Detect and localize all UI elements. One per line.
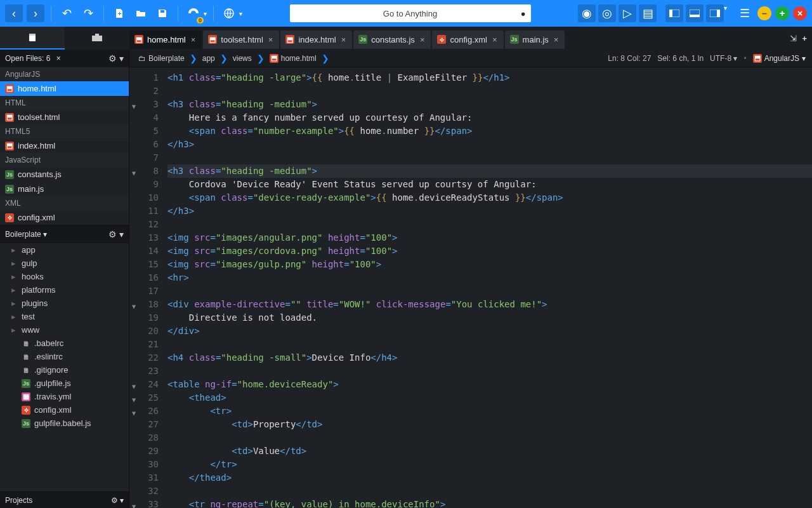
code-line[interactable]: <hr>	[167, 271, 812, 284]
line-number[interactable]: 32	[129, 485, 159, 498]
forward-button[interactable]: ›	[27, 4, 44, 22]
line-number[interactable]: 29	[129, 444, 159, 458]
language-selector[interactable]: ⬒ AngularJS ▾	[753, 54, 806, 63]
breadcrumb-item[interactable]: views	[230, 53, 254, 64]
code-line[interactable]: Directive is not loaded.	[167, 311, 812, 324]
line-number[interactable]: 18▼	[129, 298, 159, 311]
code-line[interactable]: </h3>	[167, 204, 812, 218]
breadcrumb-item[interactable]: 🗀Boilerplate	[136, 53, 187, 64]
code-line[interactable]	[167, 151, 812, 164]
tree-item-config-xml[interactable]: ⟡config.xml	[0, 403, 129, 417]
browser-preview-button[interactable]	[220, 4, 238, 22]
code-line[interactable]	[167, 284, 812, 298]
open-file-button[interactable]	[132, 4, 150, 22]
code-line[interactable]: <td>Property</td>	[167, 418, 812, 431]
line-number[interactable]: 25▼	[129, 391, 159, 404]
close-tab-icon[interactable]: ×	[491, 35, 499, 44]
breadcrumb-item[interactable]: app	[200, 53, 218, 64]
project-settings-icon[interactable]: ⚙ ▾	[108, 229, 124, 239]
file-tab-constants-js[interactable]: Jsconstants.js×	[353, 30, 431, 49]
code-line[interactable]: <div example-directive="" title="WOW!" c…	[167, 298, 812, 311]
code-line[interactable]	[167, 364, 812, 378]
project-header[interactable]: Boilerplate ▾ ⚙ ▾	[0, 225, 129, 243]
code-line[interactable]: Here is a fancy number served up courtes…	[167, 111, 812, 124]
close-tab-icon[interactable]: ×	[419, 35, 426, 44]
open-file-toolset-html[interactable]: ⬒toolset.html	[0, 110, 129, 124]
line-number[interactable]: 1	[129, 71, 159, 84]
new-tab-button[interactable]: +	[802, 34, 807, 43]
code-line[interactable]: <h4 class="heading -small">Device Info</…	[167, 351, 812, 364]
line-number[interactable]: 9	[129, 178, 159, 191]
browser-dropdown[interactable]: ▾	[239, 10, 242, 17]
line-number[interactable]: 13	[129, 231, 159, 244]
close-window-button[interactable]: ×	[793, 6, 807, 20]
line-number[interactable]: 28	[129, 431, 159, 444]
tree-item--travis-yml[interactable]: ▦.travis.yml	[0, 390, 129, 403]
fold-icon[interactable]: ▼	[132, 500, 136, 508]
back-button[interactable]: ‹	[5, 4, 23, 22]
line-number[interactable]: 30	[129, 458, 159, 471]
tree-item-test[interactable]: ▸test	[0, 310, 129, 323]
line-number[interactable]: 19	[129, 311, 159, 324]
code-line[interactable]: </h3>	[167, 138, 812, 151]
tree-item--babelrc[interactable]: 🗎.babelrc	[0, 337, 129, 350]
open-file-index-html[interactable]: ⬒index.html	[0, 138, 129, 153]
close-tab-icon[interactable]: ×	[267, 35, 275, 44]
save-button[interactable]	[154, 4, 171, 22]
encoding-selector[interactable]: UTF-8 ▾	[710, 54, 737, 63]
stop-macro-button[interactable]: ◎	[598, 4, 616, 22]
line-number[interactable]: 12	[129, 218, 159, 231]
line-number[interactable]: 14	[129, 244, 159, 258]
record-macro-button[interactable]: ◉	[578, 4, 596, 22]
line-number[interactable]: 20	[129, 324, 159, 338]
projects-settings-icon[interactable]: ⚙ ▾	[111, 496, 124, 505]
new-file-button[interactable]	[110, 4, 128, 22]
code-line[interactable]	[167, 485, 812, 498]
menu-button[interactable]: ☰	[736, 4, 754, 22]
tree-item-gulp[interactable]: ▸gulp	[0, 257, 129, 270]
maximize-button[interactable]: +	[775, 6, 789, 20]
tree-item--gulpfile-js[interactable]: Js.gulpfile.js	[0, 377, 129, 390]
code-line[interactable]: <tr ng-repeat="(key, value) in home.devi…	[167, 498, 812, 508]
sync-button[interactable]: 0	[185, 4, 202, 22]
close-tab-icon[interactable]: ×	[340, 35, 348, 44]
code-line[interactable]: <tr>	[167, 404, 812, 418]
code-line[interactable]: </div>	[167, 324, 812, 338]
code-line[interactable]	[167, 338, 812, 351]
line-number[interactable]: 15	[129, 258, 159, 271]
line-number[interactable]: 6	[129, 138, 159, 151]
line-number[interactable]: 7	[129, 151, 159, 164]
tree-item-gulpfile-babel-js[interactable]: Jsgulpfile.babel.js	[0, 417, 129, 430]
tree-item-plugins[interactable]: ▸plugins	[0, 297, 129, 310]
open-files-settings-icon[interactable]: ⚙ ▾	[108, 53, 124, 64]
code-line[interactable]: </tr>	[167, 458, 812, 471]
sidebar-tab-files[interactable]	[0, 27, 65, 50]
line-number[interactable]: 22	[129, 351, 159, 364]
line-number[interactable]: 11	[129, 204, 159, 218]
tree-item-www[interactable]: ▸www	[0, 323, 129, 337]
sidebar-tab-toolbox[interactable]	[65, 27, 129, 50]
line-number[interactable]: 3▼	[129, 98, 159, 111]
code-line[interactable]: Cordova 'Device Ready' Event Status serv…	[167, 178, 812, 191]
play-macro-button[interactable]: ▷	[619, 4, 636, 22]
line-number[interactable]: 2	[129, 84, 159, 98]
line-number[interactable]: 23	[129, 364, 159, 378]
line-number[interactable]: 10	[129, 191, 159, 204]
goto-anything-search[interactable]: Go to Anything ●	[290, 4, 531, 22]
close-tab-icon[interactable]: ×	[190, 35, 197, 44]
file-tab-index-html[interactable]: ⬒index.html×	[280, 30, 352, 49]
tree-item--eslintrc[interactable]: 🗎.eslintrc	[0, 350, 129, 363]
undo-button[interactable]: ↶	[58, 4, 75, 22]
code-line[interactable]	[167, 431, 812, 444]
code-line[interactable]: </thead>	[167, 471, 812, 485]
code-line[interactable]: <img src="images/cordova.png" height="10…	[167, 244, 812, 258]
macro-list-button[interactable]: ▤	[639, 4, 657, 22]
cursor-position[interactable]: Ln: 8 Col: 27	[608, 54, 651, 63]
code-line[interactable]: <img src="images/gulp.png" height="100">	[167, 258, 812, 271]
line-number[interactable]: 17	[129, 284, 159, 298]
code-line[interactable]	[167, 218, 812, 231]
line-number[interactable]: 24▼	[129, 378, 159, 391]
line-number[interactable]: 27	[129, 418, 159, 431]
layout-dropdown[interactable]: ▾	[724, 4, 727, 22]
tree-item-app[interactable]: ▸app	[0, 243, 129, 257]
